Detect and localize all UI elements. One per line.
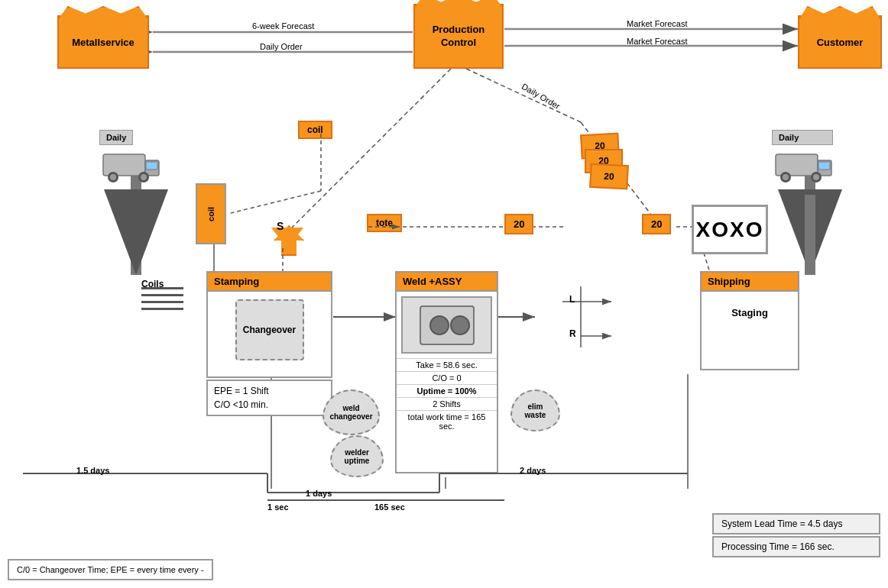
svg-rect-33: [776, 154, 818, 176]
weld-info5: total work time = 165 sec.: [397, 410, 497, 432]
forecast-label: 6-week Forecast: [252, 21, 314, 31]
inv20-mid: 20: [504, 214, 533, 234]
daily-left-label: Daily: [99, 130, 133, 145]
weld-info2: C/O = 0: [397, 371, 497, 384]
stamping-header: Stamping: [208, 273, 331, 292]
stamping-info-box: EPE = 1 Shift C/O <10 min.: [206, 380, 332, 416]
weld-total-work-label: total work: [408, 412, 444, 422]
right-truck-icon: [772, 147, 833, 185]
right-truck: Daily: [772, 130, 833, 185]
weld-info1: Take = 58.6 sec.: [397, 358, 497, 371]
shipping-staging: Staging: [702, 292, 798, 334]
legend-text: C/0 = Changeover Time; EPE = every time …: [17, 565, 204, 574]
market-forecast2-label: Market Forecast: [627, 37, 687, 46]
customer-box: Customer: [798, 15, 882, 69]
diagram-container: Metallservice Production Control Custome…: [0, 0, 888, 588]
svg-line-9: [466, 69, 581, 122]
weld-total-work-val: time = 165 sec.: [439, 412, 485, 431]
coil-inventory-left: coil: [196, 183, 226, 244]
svg-rect-32: [146, 162, 157, 170]
stamping-body: Changeover: [208, 292, 331, 368]
metallservice-label: Metallservice: [72, 37, 134, 48]
stamping-box: Stamping Changeover: [206, 271, 332, 378]
processing-time-text: Processing Time = 166 sec.: [721, 541, 835, 552]
svg-point-42: [451, 316, 469, 334]
customer-label: Customer: [817, 37, 864, 48]
svg-point-38: [813, 174, 819, 180]
daily-right-label: Daily: [772, 130, 833, 145]
inv20-right: 20: [642, 214, 671, 234]
svg-line-8: [283, 69, 451, 237]
metallservice-box: Metallservice: [57, 15, 149, 69]
svg-point-41: [430, 316, 449, 334]
sec1-label: 1 sec: [267, 502, 289, 512]
legend-box: C/0 = Changeover Time; EPE = every time …: [8, 559, 213, 580]
weld-changeover-burst: weld changeover: [322, 389, 380, 435]
r-label: R: [569, 328, 576, 339]
svg-point-31: [141, 174, 147, 180]
xoxo-box: XOXO: [692, 205, 768, 254]
days1-label: 1.5 days: [76, 466, 109, 475]
sec2-label: 165 sec: [374, 502, 405, 512]
system-lead-text: System Lead Time = 4.5 days: [721, 519, 842, 529]
processing-time-box: Processing Time = 166 sec.: [712, 536, 880, 557]
production-control-label: Production Control: [433, 24, 485, 50]
left-truck: Daily: [99, 130, 160, 185]
changeover-label: Changeover: [243, 325, 296, 335]
kanban-card-3: 20: [589, 163, 629, 190]
svg-point-29: [110, 174, 116, 180]
stamping-info2: C/O <10 min.: [214, 399, 325, 410]
weld-machine-icon: [416, 302, 478, 348]
market-forecast1-label: Market Forecast: [627, 19, 687, 28]
production-control-box: Production Control: [413, 4, 504, 69]
coil-side-label: coil: [206, 207, 216, 221]
elim-waste-burst: elim waste: [510, 389, 560, 431]
weld-info3: Uptime = 100%: [397, 384, 497, 397]
svg-rect-26: [103, 154, 145, 176]
weld-info4: 2 Shifts: [397, 397, 497, 410]
changeover-burst: Changeover: [235, 299, 304, 360]
stamping-info1: EPE = 1 Shift: [214, 386, 325, 396]
svg-point-36: [783, 174, 789, 180]
shipping-header: Shipping: [702, 273, 798, 292]
coil-top-tag: coil: [298, 121, 332, 139]
days3-label: 2 days: [520, 466, 546, 475]
s-push-label: S: [277, 220, 284, 232]
days2-label: 1 days: [306, 489, 332, 498]
weld-header: Weld +ASSY: [397, 273, 497, 292]
system-lead-box: System Lead Time = 4.5 days: [712, 513, 880, 535]
weld-machine-body: [401, 296, 492, 354]
tote-tag: tote: [367, 214, 402, 232]
l-label: L: [569, 294, 575, 305]
timeline-top-svg: [8, 470, 703, 512]
weld-assy-box: Weld +ASSY Take = 58.6 sec. C/O = 0 Upti…: [395, 271, 498, 473]
left-truck-icon: [99, 147, 160, 185]
daily-order-met-label: Daily Order: [260, 42, 303, 51]
svg-rect-39: [818, 162, 830, 170]
daily-order-cust-label: Daily Order: [520, 82, 562, 111]
coil-inventory-bars: [141, 283, 183, 315]
shipping-box: Shipping Staging: [700, 271, 799, 370]
svg-line-55: [228, 191, 321, 214]
